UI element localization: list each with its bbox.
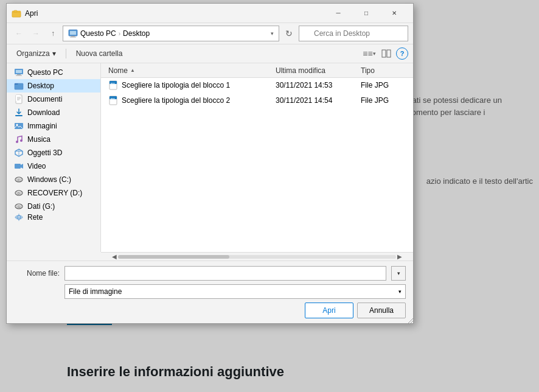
filetype-select[interactable]: File di immagine ▾ <box>64 284 406 299</box>
column-header-type[interactable]: Tipo <box>356 63 411 77</box>
sidebar-item-documenti[interactable]: Documenti <box>7 93 100 106</box>
network-icon <box>14 213 24 222</box>
file-name-cell: JPG Scegliere la tipologia del blocco 2 <box>103 96 271 105</box>
filetype-row: File di immagine ▾ <box>14 284 406 299</box>
file-date-cell: 30/11/2021 14:53 <box>271 81 356 89</box>
svg-rect-12 <box>17 74 21 75</box>
forward-button[interactable]: → <box>29 26 43 41</box>
refresh-button[interactable]: ↻ <box>282 26 296 41</box>
sidebar-item-oggetti3d[interactable]: Oggetti 3D <box>7 146 100 159</box>
drive-d-icon: D: <box>14 188 24 198</box>
sidebar-label: Windows (C:) <box>27 175 71 184</box>
path-separator: › <box>119 30 120 37</box>
file-open-dialog: Apri ─ □ ✕ ← → ↑ Questo PC › Desktop ▾ ↻… <box>6 3 414 324</box>
sidebar-item-recovery-d[interactable]: D: RECOVERY (D:) <box>7 186 100 200</box>
svg-text:JPG: JPG <box>110 97 115 100</box>
search-input[interactable] <box>299 26 408 41</box>
col-nome-label: Nome <box>108 66 128 75</box>
close-button[interactable]: ✕ <box>380 4 408 23</box>
jpg-icon: JPG <box>108 96 118 105</box>
sidebar-item-download[interactable]: Download <box>7 106 100 119</box>
svg-marker-27 <box>21 164 23 169</box>
path-dropdown-arrow[interactable]: ▾ <box>271 30 274 37</box>
dialog-bottom: Nome file: ▾ File di immagine ▾ Apri Ann… <box>7 261 413 323</box>
svg-rect-11 <box>16 70 22 73</box>
svg-text:JPG: JPG <box>110 82 115 85</box>
sidebar-item-video[interactable]: Video <box>7 159 100 173</box>
filetype-value: File di immagine <box>69 287 122 296</box>
file-date: 30/11/2021 14:54 <box>276 96 332 105</box>
up-button[interactable]: ↑ <box>46 26 60 41</box>
file-row[interactable]: JPG Scegliere la tipologia del blocco 2 … <box>101 93 413 108</box>
svg-rect-8 <box>382 50 386 57</box>
sidebar-item-windows-c[interactable]: C: Windows (C:) <box>7 173 100 186</box>
dialog-filelist: Nome ▲ Ultima modifica Tipo <box>101 63 413 252</box>
file-name: Scegliere la tipologia del blocco 1 <box>122 81 230 89</box>
file-row[interactable]: JPG Scegliere la tipologia del blocco 1 … <box>101 78 413 93</box>
resize-grip[interactable] <box>406 316 413 323</box>
view-dropdown: ▾ <box>373 51 376 57</box>
maximize-button[interactable]: □ <box>352 4 380 23</box>
svg-line-51 <box>411 321 413 323</box>
open-button[interactable]: Apri <box>305 303 353 318</box>
sidebar-item-musica[interactable]: Musica <box>7 133 100 146</box>
column-header-nome[interactable]: Nome ▲ <box>103 63 271 77</box>
minimize-button[interactable]: ─ <box>324 4 352 23</box>
sidebar-item-dati-g[interactable]: G: Dati (G:) <box>7 200 100 213</box>
pane-icon <box>381 49 391 58</box>
svg-rect-18 <box>15 115 23 116</box>
svg-marker-15 <box>15 83 18 85</box>
view-icon: ≡≡ <box>363 49 372 58</box>
hscroll-track[interactable] <box>118 255 396 259</box>
organize-button[interactable]: Organizza ▾ <box>12 48 61 59</box>
svg-point-21 <box>16 141 18 143</box>
sidebar-label: RECOVERY (D:) <box>27 189 82 197</box>
sidebar-item-immagini[interactable]: Immagini <box>7 119 100 133</box>
file-type-cell: File JPG <box>356 81 411 89</box>
file-type-cell: File JPG <box>356 96 411 105</box>
organize-label: Organizza <box>16 49 50 58</box>
dialog-main: Questo PC Desktop <box>7 63 413 252</box>
cancel-button[interactable]: Annulla <box>357 303 406 318</box>
svg-rect-9 <box>387 50 391 57</box>
sidebar-item-questo-pc[interactable]: Questo PC <box>7 66 100 79</box>
dialog-sidebar: Questo PC Desktop <box>7 63 101 252</box>
file-date: 30/11/2021 14:53 <box>276 81 332 89</box>
svg-text:D:: D: <box>18 192 21 195</box>
sidebar-label: Download <box>27 108 60 117</box>
hscroll-right[interactable]: ▶ <box>396 253 403 260</box>
svg-rect-2 <box>14 10 17 12</box>
back-button[interactable]: ← <box>12 26 26 41</box>
dialog-buttons: Apri Annulla <box>14 303 406 318</box>
filename-dropdown[interactable]: ▾ <box>391 266 406 281</box>
dialog-title: Apri <box>25 9 324 18</box>
file-type: File JPG <box>361 96 389 105</box>
column-header-date[interactable]: Ultima modifica <box>271 63 356 77</box>
hscroll-left[interactable]: ◀ <box>111 253 118 260</box>
help-button[interactable]: ? <box>396 47 408 60</box>
computer-icon <box>68 29 78 38</box>
dialog-titlebar-icon <box>12 9 21 18</box>
sidebar-label: Rete <box>27 213 43 222</box>
sidebar-item-rete[interactable]: Rete <box>7 213 100 222</box>
3d-icon <box>14 148 24 158</box>
filelist-header: Nome ▲ Ultima modifica Tipo <box>101 63 413 78</box>
filetype-arrow: ▾ <box>398 289 402 295</box>
view-button[interactable]: ≡≡ ▾ <box>362 46 377 61</box>
filename-input[interactable] <box>64 266 386 281</box>
jpg-icon: JPG <box>108 80 118 90</box>
hscroll-thumb <box>118 255 229 259</box>
filelist-body: JPG Scegliere la tipologia del blocco 1 … <box>101 78 413 252</box>
svg-rect-5 <box>70 31 76 35</box>
new-folder-button[interactable]: Nuova cartella <box>71 48 128 59</box>
sidebar-label: Immagini <box>27 122 57 130</box>
file-name-cell: JPG Scegliere la tipologia del blocco 1 <box>103 80 271 90</box>
svg-rect-7 <box>70 37 76 38</box>
col-type-label: Tipo <box>361 66 375 75</box>
sidebar-item-desktop[interactable]: Desktop <box>7 79 100 93</box>
pane-button[interactable] <box>379 46 394 61</box>
toolbar-separator <box>66 49 66 58</box>
file-date-cell: 30/11/2021 14:54 <box>271 96 356 105</box>
address-path[interactable]: Questo PC › Desktop ▾ <box>63 26 279 41</box>
images-icon <box>14 121 24 131</box>
